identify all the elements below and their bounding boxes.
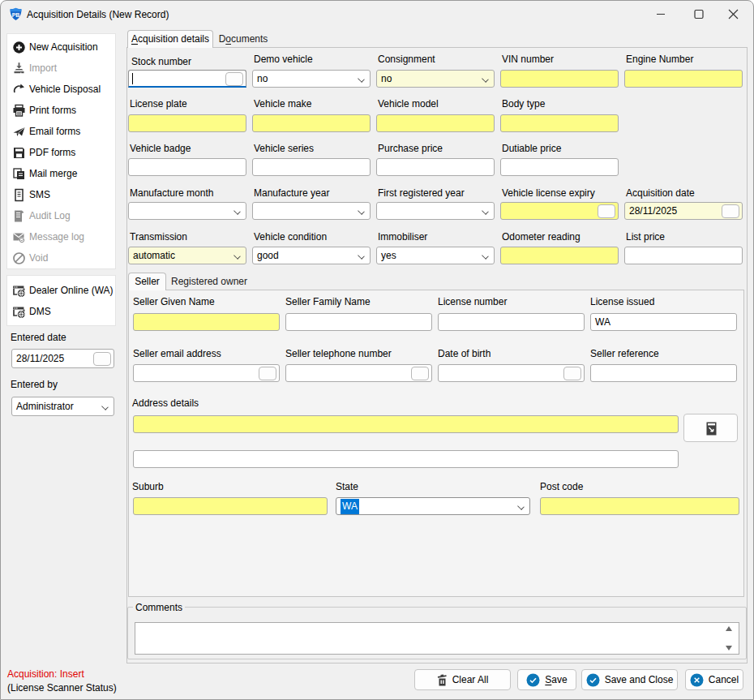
svg-text:PB: PB <box>12 12 20 18</box>
